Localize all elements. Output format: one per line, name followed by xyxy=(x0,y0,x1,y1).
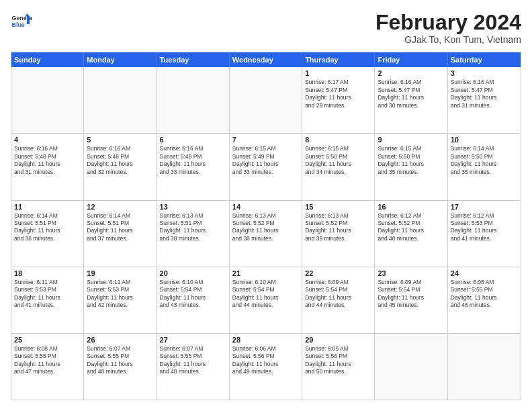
calendar-cell: 25Sunrise: 6:08 AM Sunset: 5:55 PM Dayli… xyxy=(11,334,84,400)
calendar-cell: 4Sunrise: 6:16 AM Sunset: 5:48 PM Daylig… xyxy=(11,134,84,199)
calendar-cell xyxy=(84,67,157,133)
day-info: Sunrise: 6:15 AM Sunset: 5:49 PM Dayligh… xyxy=(232,145,299,176)
day-number: 24 xyxy=(451,269,518,277)
day-info: Sunrise: 6:15 AM Sunset: 5:50 PM Dayligh… xyxy=(305,145,371,176)
day-info: Sunrise: 6:14 AM Sunset: 5:51 PM Dayligh… xyxy=(87,212,153,243)
day-info: Sunrise: 6:09 AM Sunset: 5:54 PM Dayligh… xyxy=(305,279,371,310)
day-info: Sunrise: 6:16 AM Sunset: 5:47 PM Dayligh… xyxy=(378,79,444,109)
calendar-header: SundayMondayTuesdayWednesdayThursdayFrid… xyxy=(11,52,521,67)
day-number: 25 xyxy=(14,336,81,344)
day-number: 27 xyxy=(160,336,226,344)
header-day-friday: Friday xyxy=(375,52,447,67)
calendar-cell: 22Sunrise: 6:09 AM Sunset: 5:54 PM Dayli… xyxy=(302,267,375,333)
day-number: 13 xyxy=(160,203,226,211)
day-number: 8 xyxy=(305,136,371,144)
day-number: 16 xyxy=(378,203,444,211)
day-number: 28 xyxy=(232,336,299,344)
header-day-monday: Monday xyxy=(84,52,157,67)
day-number: 22 xyxy=(305,269,371,277)
day-number: 10 xyxy=(451,136,518,144)
calendar-cell xyxy=(11,67,84,133)
calendar-cell: 18Sunrise: 6:11 AM Sunset: 5:53 PM Dayli… xyxy=(11,267,84,333)
logo: General Blue xyxy=(11,11,32,32)
calendar-cell: 3Sunrise: 6:16 AM Sunset: 5:47 PM Daylig… xyxy=(448,67,521,133)
day-number: 29 xyxy=(305,336,371,344)
day-number: 7 xyxy=(232,136,299,144)
day-info: Sunrise: 6:14 AM Sunset: 5:51 PM Dayligh… xyxy=(14,212,81,243)
day-info: Sunrise: 6:13 AM Sunset: 5:52 PM Dayligh… xyxy=(232,212,299,243)
day-number: 12 xyxy=(87,203,153,211)
day-info: Sunrise: 6:08 AM Sunset: 5:55 PM Dayligh… xyxy=(451,279,518,310)
logo-icon: General Blue xyxy=(11,11,32,32)
calendar-row-3: 18Sunrise: 6:11 AM Sunset: 5:53 PM Dayli… xyxy=(11,267,521,334)
header-day-tuesday: Tuesday xyxy=(157,52,230,67)
calendar-cell: 27Sunrise: 6:07 AM Sunset: 5:55 PM Dayli… xyxy=(157,334,230,400)
page-header: General Blue February 2024 GJak To, Kon … xyxy=(11,11,521,45)
day-number: 5 xyxy=(87,136,153,144)
day-number: 14 xyxy=(232,203,299,211)
day-number: 23 xyxy=(378,269,444,277)
day-info: Sunrise: 6:13 AM Sunset: 5:52 PM Dayligh… xyxy=(305,212,371,243)
calendar-cell: 5Sunrise: 6:16 AM Sunset: 5:48 PM Daylig… xyxy=(84,134,157,199)
calendar-cell xyxy=(448,334,521,400)
day-info: Sunrise: 6:16 AM Sunset: 5:48 PM Dayligh… xyxy=(87,145,153,176)
day-info: Sunrise: 6:17 AM Sunset: 5:47 PM Dayligh… xyxy=(305,79,371,109)
day-info: Sunrise: 6:11 AM Sunset: 5:53 PM Dayligh… xyxy=(14,279,81,310)
calendar-cell: 29Sunrise: 6:05 AM Sunset: 5:56 PM Dayli… xyxy=(302,334,375,400)
calendar-cell: 19Sunrise: 6:11 AM Sunset: 5:53 PM Dayli… xyxy=(84,267,157,333)
day-info: Sunrise: 6:16 AM Sunset: 5:49 PM Dayligh… xyxy=(160,145,226,176)
month-title: February 2024 xyxy=(375,11,521,34)
calendar-cell: 6Sunrise: 6:16 AM Sunset: 5:49 PM Daylig… xyxy=(157,134,230,199)
svg-text:Blue: Blue xyxy=(12,21,25,28)
day-info: Sunrise: 6:12 AM Sunset: 5:52 PM Dayligh… xyxy=(378,212,444,243)
day-info: Sunrise: 6:07 AM Sunset: 5:55 PM Dayligh… xyxy=(87,345,153,376)
calendar-row-4: 25Sunrise: 6:08 AM Sunset: 5:55 PM Dayli… xyxy=(11,334,521,400)
calendar-row-0: 1Sunrise: 6:17 AM Sunset: 5:47 PM Daylig… xyxy=(11,67,521,134)
calendar-cell: 23Sunrise: 6:09 AM Sunset: 5:54 PM Dayli… xyxy=(375,267,447,333)
day-info: Sunrise: 6:12 AM Sunset: 5:53 PM Dayligh… xyxy=(451,212,518,243)
calendar-cell: 1Sunrise: 6:17 AM Sunset: 5:47 PM Daylig… xyxy=(302,67,375,133)
day-info: Sunrise: 6:07 AM Sunset: 5:55 PM Dayligh… xyxy=(160,345,226,376)
day-number: 6 xyxy=(160,136,226,144)
day-info: Sunrise: 6:10 AM Sunset: 5:54 PM Dayligh… xyxy=(232,279,299,310)
day-info: Sunrise: 6:06 AM Sunset: 5:56 PM Dayligh… xyxy=(232,345,299,376)
calendar-cell xyxy=(375,334,447,400)
calendar-cell: 2Sunrise: 6:16 AM Sunset: 5:47 PM Daylig… xyxy=(375,67,447,133)
day-number: 18 xyxy=(14,269,81,277)
calendar-cell: 14Sunrise: 6:13 AM Sunset: 5:52 PM Dayli… xyxy=(230,201,302,267)
calendar-cell: 10Sunrise: 6:14 AM Sunset: 5:50 PM Dayli… xyxy=(448,134,521,199)
day-number: 19 xyxy=(87,269,153,277)
header-day-saturday: Saturday xyxy=(448,52,521,67)
calendar-cell: 28Sunrise: 6:06 AM Sunset: 5:56 PM Dayli… xyxy=(230,334,302,400)
header-day-wednesday: Wednesday xyxy=(230,52,302,67)
calendar-cell: 8Sunrise: 6:15 AM Sunset: 5:50 PM Daylig… xyxy=(302,134,375,199)
title-block: February 2024 GJak To, Kon Tum, Vietnam xyxy=(375,11,521,45)
calendar: SundayMondayTuesdayWednesdayThursdayFrid… xyxy=(11,52,521,400)
calendar-cell: 12Sunrise: 6:14 AM Sunset: 5:51 PM Dayli… xyxy=(84,201,157,267)
day-info: Sunrise: 6:10 AM Sunset: 5:54 PM Dayligh… xyxy=(160,279,226,310)
header-day-thursday: Thursday xyxy=(302,52,375,67)
day-info: Sunrise: 6:09 AM Sunset: 5:54 PM Dayligh… xyxy=(378,279,444,310)
calendar-row-2: 11Sunrise: 6:14 AM Sunset: 5:51 PM Dayli… xyxy=(11,201,521,267)
day-number: 26 xyxy=(87,336,153,344)
calendar-row-1: 4Sunrise: 6:16 AM Sunset: 5:48 PM Daylig… xyxy=(11,134,521,200)
calendar-cell: 7Sunrise: 6:15 AM Sunset: 5:49 PM Daylig… xyxy=(230,134,302,199)
location-subtitle: GJak To, Kon Tum, Vietnam xyxy=(375,34,521,45)
day-info: Sunrise: 6:13 AM Sunset: 5:51 PM Dayligh… xyxy=(160,212,226,243)
day-number: 1 xyxy=(305,69,371,77)
calendar-cell xyxy=(230,67,302,133)
day-info: Sunrise: 6:05 AM Sunset: 5:56 PM Dayligh… xyxy=(305,345,371,376)
day-number: 11 xyxy=(14,203,81,211)
calendar-cell: 11Sunrise: 6:14 AM Sunset: 5:51 PM Dayli… xyxy=(11,201,84,267)
day-number: 17 xyxy=(451,203,518,211)
header-day-sunday: Sunday xyxy=(11,52,84,67)
calendar-cell: 20Sunrise: 6:10 AM Sunset: 5:54 PM Dayli… xyxy=(157,267,230,333)
day-info: Sunrise: 6:15 AM Sunset: 5:50 PM Dayligh… xyxy=(378,145,444,176)
calendar-cell: 21Sunrise: 6:10 AM Sunset: 5:54 PM Dayli… xyxy=(230,267,302,333)
calendar-cell: 17Sunrise: 6:12 AM Sunset: 5:53 PM Dayli… xyxy=(448,201,521,267)
day-number: 21 xyxy=(232,269,299,277)
day-info: Sunrise: 6:11 AM Sunset: 5:53 PM Dayligh… xyxy=(87,279,153,310)
calendar-cell: 13Sunrise: 6:13 AM Sunset: 5:51 PM Dayli… xyxy=(157,201,230,267)
day-info: Sunrise: 6:08 AM Sunset: 5:55 PM Dayligh… xyxy=(14,345,81,376)
day-number: 9 xyxy=(378,136,444,144)
